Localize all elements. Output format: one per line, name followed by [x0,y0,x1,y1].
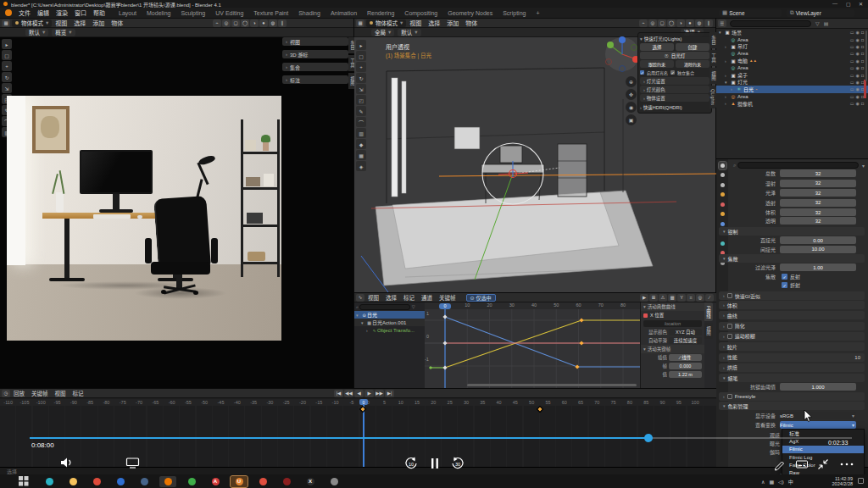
navigation-gizmo[interactable] [604,36,641,73]
nav-button[interactable]: ✥ [626,89,637,100]
caustics-refractive-check[interactable]: ✓折射 [782,281,800,289]
properties-tab[interactable] [719,171,726,179]
timeline-menu-item[interactable]: 标记 [70,389,87,397]
fast-gi-section[interactable]: ›快速GI近似 [719,291,865,300]
screen-visibility-icon[interactable]: ▭ [850,73,854,78]
graph-menu-item[interactable]: 标记 [400,293,418,302]
close-button[interactable]: ✕ [859,1,863,7]
header-toggle-icon[interactable]: ▢ [231,19,240,27]
bounce-value-field[interactable]: 32 [780,208,856,216]
properties-section[interactable]: ›烘焙 [719,363,865,372]
screen-visibility-icon[interactable]: ▭ [850,86,854,92]
graph-menu-item[interactable]: 选择 [382,293,400,302]
pause-button[interactable] [429,456,441,471]
tool-button[interactable]: ⇲ [2,83,12,93]
eye-icon[interactable]: ◉ [856,30,860,35]
properties-options-icon[interactable]: ▾ [862,163,865,169]
screen-visibility-icon[interactable]: ▭ [850,37,854,42]
orientation-dropdown[interactable]: 默认▾ [398,29,420,36]
fcurve-panel-header[interactable]: ▾活动函数曲线 [641,302,704,311]
properties-tab[interactable] [719,181,726,189]
properties-tab[interactable] [719,201,726,208]
graph-menu-item[interactable]: 通道 [418,293,436,302]
tray-icon[interactable]: 中 [788,478,793,485]
properties-tab[interactable] [719,191,726,198]
outliner-row[interactable]: › ▣ 电脑 ▲▲ ▭◉◘ [716,58,868,64]
tool-button[interactable]: ▢ [356,51,366,61]
outliner-row[interactable]: ▾ ▣ 灯光 ▭◉◘ [716,79,868,86]
camera-render-icon[interactable]: ◘ [861,30,864,35]
camera-render-icon[interactable]: ◘ [861,65,864,70]
outliner-options-icon[interactable]: ▤ [824,20,829,26]
menu-item[interactable]: 帮助 [90,8,108,17]
tool-button[interactable]: ◰ [356,95,366,105]
color-management-header[interactable]: ▾色彩管理 [719,402,865,410]
taskbar-app-icon[interactable] [64,476,81,487]
setting-dropdown[interactable]: 连续加速度 [669,337,702,344]
taskbar-app-icon[interactable] [112,476,129,487]
npanel-section[interactable]: ›集合 [282,63,348,71]
viewport-menu-item[interactable]: 选择 [425,19,443,27]
only-selected-toggle[interactable]: ⊙仅选中 [466,294,496,302]
header-toggle-icon[interactable]: ◎ [648,19,657,27]
camera-render-icon[interactable]: ◘ [861,73,864,78]
properties-tab[interactable] [719,210,726,218]
tray-icon[interactable]: ▦ [769,479,774,485]
keyframe-field-value[interactable]: ∕ 线性 [669,354,702,361]
eye-icon[interactable]: ◉ [856,80,860,85]
blender-menu-icon[interactable] [5,9,12,16]
qlights-header[interactable]: ▾快速灯光(QLights) [640,35,709,42]
eye-icon[interactable]: ◉ [856,65,860,70]
qlights-tab[interactable]: 选择 [640,43,674,51]
outliner-scrollbar[interactable] [865,30,867,81]
graph-toggle-icon[interactable]: ⊞ [649,294,658,302]
channel-row[interactable]: ▾ ▦ 日光Action.001 [354,319,425,326]
orientation-dropdown[interactable]: 全局▾ [371,29,394,36]
eye-icon[interactable]: ◉ [856,94,860,99]
tool-button[interactable]: ↻ [2,72,12,82]
viewport-menu-item[interactable]: 添加 [89,19,108,27]
popup-option[interactable]: Filmic [782,446,864,453]
editor-type-icon[interactable]: ▦ [356,19,364,27]
outliner-row[interactable]: › ☀ 日光 ⌁ ▭◉◘ [716,86,868,92]
caustics-section-header[interactable]: ▾焦散 [719,254,865,263]
taskbar-app-icon[interactable] [159,476,176,487]
rewind-10-icon[interactable]: 10 [403,456,419,471]
workspace-tab[interactable]: Sculpting [175,9,210,17]
tool-button[interactable]: ⇲ [356,84,366,94]
qlights-action-button[interactable]: 跟踪约束 [640,60,674,68]
caustics-reflective-check[interactable]: ✓反射 [782,273,800,280]
view-transform-dropdown[interactable]: Filmic▾ [780,421,856,429]
header-toggle-icon[interactable]: ∥ [278,19,287,27]
qlights-tab[interactable]: 创建 [676,43,709,51]
transport-button[interactable]: ◀◀ [344,390,353,397]
properties-section[interactable]: ›体积 [719,301,865,309]
bounce-value-field[interactable]: 32 [780,180,856,187]
sidebar-tab[interactable]: F曲线 [704,302,713,321]
menu-item[interactable]: 渲染 [53,8,71,17]
qlights-section[interactable]: ›灯光设置 [640,77,709,85]
graph-toggle-icon[interactable]: Y [677,294,686,302]
editor-type-icon[interactable]: ▦ [2,19,10,27]
camera-render-icon[interactable]: ◘ [861,101,864,106]
transport-button[interactable]: ▶▶ [375,390,384,397]
transport-button[interactable]: ▶ [364,390,374,397]
npanel-section[interactable]: ›3D 游标 [282,50,348,58]
viewport-menu-item[interactable]: 视图 [52,19,70,27]
header-toggle-icon[interactable]: ◍ [269,19,277,27]
tray-icon[interactable]: ◁) [778,479,784,485]
tool-button[interactable]: ⌒ [356,117,366,127]
workspace-tab[interactable]: + [531,9,544,17]
qhdri-header[interactable]: ›快速HDRI(QHDRI) [640,103,709,111]
eye-icon[interactable]: ◉ [856,37,860,42]
forward-30-icon[interactable]: 30 [450,456,465,471]
taskbar-app-icon[interactable] [278,476,295,487]
workspace-tab[interactable]: Animation [326,9,362,17]
filter-funnel-icon[interactable]: ▽ [815,20,820,26]
menu-item[interactable]: 编辑 [34,8,53,17]
screen-visibility-icon[interactable]: ▭ [850,80,854,85]
viewlayer-field[interactable]: ⧉ViewLayer [787,9,854,17]
camera-render-icon[interactable]: ◘ [861,58,864,64]
menu-item[interactable]: 窗口 [71,8,90,17]
channel-row[interactable]: › ∿ Object Transfo... [354,326,425,334]
